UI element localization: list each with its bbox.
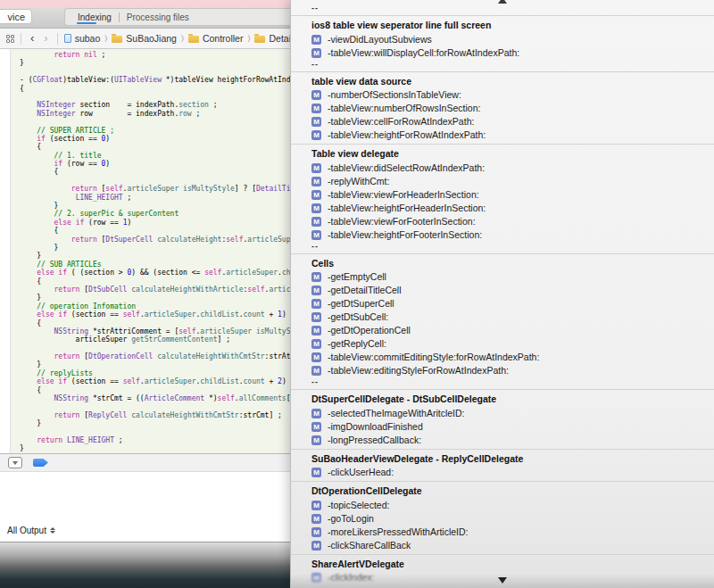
method-icon: M	[311, 117, 321, 127]
method-item[interactable]: M-clickUserHead:	[291, 466, 714, 479]
breadcrumb-item[interactable]: Controller	[188, 33, 244, 44]
method-item[interactable]: M-tableView:heightForFooterInSection:	[291, 228, 714, 242]
breadcrumb-separator: 〉	[180, 34, 185, 44]
method-item[interactable]: M-longPressedCallback:	[291, 434, 714, 447]
method-group-header: Cells	[291, 256, 714, 271]
debug-bar	[0, 453, 290, 472]
method-label: -tableView:commitEditingStyle:forRowAtIn…	[328, 352, 539, 362]
method-label: -tableView:viewForFooterInSection:	[328, 217, 476, 227]
console-filter-button[interactable]	[8, 457, 22, 468]
method-item[interactable]: M-numberOfSectionsInTableView:	[291, 88, 714, 102]
separator-item: --	[291, 377, 714, 387]
console-scope-selector[interactable]: All Output	[7, 526, 55, 535]
method-icon: M	[311, 339, 321, 349]
method-label: -clickUserHead:	[328, 468, 394, 477]
scheme-device-button[interactable]: vice	[0, 9, 32, 24]
method-label: -longPressedCallback:	[328, 435, 421, 445]
method-icon: M	[311, 90, 321, 100]
method-item[interactable]: M-tableView:viewForHeaderInSection:	[291, 188, 714, 202]
console-scope-label: All Output	[7, 526, 46, 535]
activity-divider	[119, 12, 120, 22]
separator-item: --	[291, 242, 714, 252]
method-label: -numberOfSectionsInTableView:	[328, 90, 461, 100]
method-group-header: table view data source	[291, 74, 714, 89]
method-label: -selectedTheImageWithAritcleID:	[328, 409, 464, 418]
method-item[interactable]: M-tableView:commitEditingStyle:forRowAtI…	[291, 351, 714, 364]
breadcrumb-label: Controller	[203, 33, 244, 44]
method-group: DtSuperCellDelegate - DtSubCellDelegateM…	[291, 389, 714, 449]
breadcrumb-item[interactable]: subao	[64, 33, 101, 44]
method-item[interactable]: M-topicSelected:	[291, 499, 714, 512]
scroll-down-arrow[interactable]	[498, 577, 507, 584]
method-item[interactable]: M-tableView:heightForHeaderInSection:	[291, 202, 714, 215]
method-item[interactable]: M-tableView:cellForRowAtIndexPath:	[291, 115, 714, 128]
method-label: -getDtSubCell:	[328, 312, 388, 322]
scheme-device-label: vice	[7, 12, 25, 22]
breakpoint-arrow-icon[interactable]	[33, 459, 48, 467]
method-label: -tableView:numberOfRowsInSection:	[328, 104, 480, 113]
method-label: -imgDownloadFinished	[328, 422, 423, 432]
method-item[interactable]: M-getDtSubCell:	[291, 311, 714, 324]
method-item[interactable]: M-selectedTheImageWithAritcleID:	[291, 407, 714, 420]
separator-item: --	[291, 4, 714, 13]
method-item[interactable]: M-getReplyCell:	[291, 337, 714, 351]
method-item[interactable]: M-tableView:didSelectRowAtIndexPath:	[291, 161, 714, 175]
related-items-icon[interactable]	[6, 35, 14, 43]
methods-popup: --ios8 table view seperator line full sc…	[290, 0, 714, 588]
method-item[interactable]: M-moreLikersPressedWithArticleID:	[291, 526, 714, 539]
method-icon: M	[311, 130, 321, 140]
method-label: -getDtSuperCell	[328, 299, 394, 309]
method-item[interactable]: M-tableView:editingStyleForRowAtIndexPat…	[291, 364, 714, 377]
method-label: -getEmptyCell	[328, 272, 386, 282]
method-item[interactable]: M-imgDownloadFinished	[291, 420, 714, 434]
scroll-up-arrow[interactable]	[498, 0, 507, 4]
method-icon: M	[311, 299, 321, 309]
method-item[interactable]: M-getEmptyCell	[291, 270, 714, 284]
method-label: -replyWithCmt:	[328, 177, 389, 186]
method-icon: M	[311, 435, 321, 445]
method-item[interactable]: M-viewDidLayoutSubviews	[291, 33, 714, 46]
method-item[interactable]: M-tableView:heightForRowAtIndexPath:	[291, 128, 714, 142]
method-group: SuBaoHeaderViewDelegate - ReplyCellDeleg…	[291, 449, 714, 482]
method-icon: M	[311, 326, 321, 335]
method-icon: M	[311, 177, 321, 186]
divider	[21, 33, 21, 45]
method-icon: M	[311, 422, 321, 432]
folder-icon	[112, 36, 122, 43]
method-item[interactable]: M-tableView:willDisplayCell:forRowAtInde…	[291, 46, 714, 60]
method-item[interactable]: M-tableView:numberOfRowsInSection:	[291, 102, 714, 115]
method-icon: M	[311, 352, 321, 362]
method-item[interactable]: M-replyWithCmt:	[291, 175, 714, 188]
method-item[interactable]: M-getDtOperationCell	[291, 324, 714, 337]
method-label: -getDtOperationCell	[328, 326, 411, 335]
method-icon: M	[311, 48, 321, 58]
method-item[interactable]: M-getDetailTitleCell	[291, 284, 714, 297]
back-button[interactable]: ‹	[28, 34, 37, 43]
folder-icon	[188, 36, 199, 43]
method-label: -clickIndex:	[328, 573, 375, 583]
method-label: -tableView:viewForHeaderInSection:	[328, 190, 479, 200]
method-group: --	[291, 2, 714, 15]
method-label: -tableView:cellForRowAtIndexPath:	[328, 117, 474, 127]
breakpoint-gutter[interactable]	[0, 49, 11, 453]
method-item[interactable]: M-goToLogin	[291, 512, 714, 526]
method-icon: M	[311, 501, 321, 510]
activity-status-primary: Indexing	[78, 12, 112, 22]
method-icon: M	[311, 163, 321, 173]
method-icon: M	[311, 35, 321, 45]
method-icon: M	[311, 312, 321, 322]
breadcrumb-item[interactable]: SuBaoJiang	[112, 33, 177, 44]
forward-button[interactable]: ›	[41, 34, 50, 43]
method-item[interactable]: M-getDtSuperCell	[291, 297, 714, 311]
method-list: --ios8 table view seperator line full sc…	[291, 0, 714, 586]
method-group: table view data sourceM-numberOfSections…	[291, 71, 714, 145]
file-icon	[64, 34, 71, 43]
method-label: -getReplyCell:	[328, 339, 386, 349]
method-group-header: ShareAlertVDelegate	[291, 557, 714, 572]
method-item[interactable]: M-tableView:viewForFooterInSection:	[291, 215, 714, 228]
method-item[interactable]: M-clickShareCallBack	[291, 539, 714, 552]
breadcrumb-label: subao	[75, 33, 101, 44]
method-icon: M	[311, 366, 321, 376]
method-group: CellsM-getEmptyCellM-getDetailTitleCellM…	[291, 253, 714, 390]
method-label: -tableView:willDisplayCell:forRowAtIndex…	[328, 48, 519, 58]
